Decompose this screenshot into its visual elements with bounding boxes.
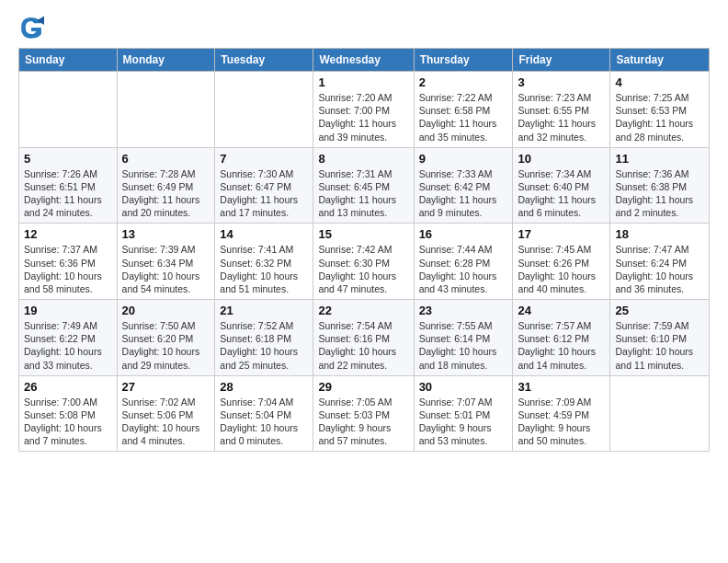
day-info: Sunrise: 7:52 AMSunset: 6:18 PMDaylight:…	[220, 319, 308, 372]
day-number: 10	[518, 152, 605, 166]
day-info: Sunrise: 7:22 AMSunset: 6:58 PMDaylight:…	[419, 91, 508, 144]
day-info: Sunrise: 7:34 AMSunset: 6:40 PMDaylight:…	[518, 167, 605, 220]
day-number: 7	[220, 152, 308, 166]
day-info: Sunrise: 7:25 AMSunset: 6:53 PMDaylight:…	[615, 91, 704, 144]
calendar-day-cell	[610, 375, 710, 452]
day-info: Sunrise: 7:54 AMSunset: 6:16 PMDaylight:…	[318, 319, 408, 372]
day-number: 6	[122, 152, 210, 166]
calendar-day-cell: 15Sunrise: 7:42 AMSunset: 6:30 PMDayligh…	[313, 224, 414, 300]
weekday-header-cell: Sunday	[19, 49, 118, 72]
day-number: 27	[122, 380, 210, 394]
day-info: Sunrise: 7:31 AMSunset: 6:45 PMDaylight:…	[318, 167, 408, 220]
logo	[18, 15, 48, 40]
calendar-week-row: 26Sunrise: 7:00 AMSunset: 5:08 PMDayligh…	[19, 375, 710, 452]
calendar-day-cell: 12Sunrise: 7:37 AMSunset: 6:36 PMDayligh…	[19, 224, 118, 300]
weekday-header-cell: Monday	[117, 49, 215, 72]
calendar-day-cell	[117, 72, 215, 148]
day-number: 23	[419, 304, 508, 317]
day-info: Sunrise: 7:50 AMSunset: 6:20 PMDaylight:…	[122, 319, 210, 372]
day-number: 20	[122, 304, 210, 317]
calendar-day-cell: 19Sunrise: 7:49 AMSunset: 6:22 PMDayligh…	[19, 300, 118, 376]
weekday-header-cell: Saturday	[610, 49, 710, 72]
day-info: Sunrise: 7:39 AMSunset: 6:34 PMDaylight:…	[122, 243, 210, 295]
day-number: 3	[518, 75, 605, 89]
day-info: Sunrise: 7:26 AMSunset: 6:51 PMDaylight:…	[24, 167, 112, 220]
calendar-day-cell: 18Sunrise: 7:47 AMSunset: 6:24 PMDayligh…	[610, 224, 710, 300]
day-number: 9	[419, 152, 508, 166]
weekday-header-cell: Thursday	[414, 49, 513, 72]
day-number: 15	[318, 227, 408, 241]
day-number: 28	[220, 380, 308, 394]
day-number: 5	[24, 152, 112, 166]
day-info: Sunrise: 7:55 AMSunset: 6:14 PMDaylight:…	[419, 319, 508, 372]
calendar-day-cell: 23Sunrise: 7:55 AMSunset: 6:14 PMDayligh…	[414, 300, 513, 376]
day-info: Sunrise: 7:23 AMSunset: 6:55 PMDaylight:…	[518, 91, 605, 144]
calendar-day-cell: 31Sunrise: 7:09 AMSunset: 4:59 PMDayligh…	[513, 375, 610, 452]
weekday-header-row: SundayMondayTuesdayWednesdayThursdayFrid…	[19, 49, 710, 72]
day-info: Sunrise: 7:59 AMSunset: 6:10 PMDaylight:…	[615, 319, 704, 372]
calendar-day-cell: 1Sunrise: 7:20 AMSunset: 7:00 PMDaylight…	[313, 72, 414, 148]
calendar-day-cell: 20Sunrise: 7:50 AMSunset: 6:20 PMDayligh…	[117, 300, 215, 376]
weekday-header-cell: Friday	[513, 49, 610, 72]
day-number: 31	[518, 380, 605, 394]
day-number: 11	[615, 152, 704, 166]
calendar-day-cell: 10Sunrise: 7:34 AMSunset: 6:40 PMDayligh…	[513, 147, 610, 224]
weekday-header-cell: Tuesday	[215, 49, 313, 72]
calendar-day-cell	[19, 72, 118, 148]
calendar-week-row: 1Sunrise: 7:20 AMSunset: 7:00 PMDaylight…	[19, 72, 710, 148]
calendar-day-cell: 17Sunrise: 7:45 AMSunset: 6:26 PMDayligh…	[513, 224, 610, 300]
calendar-day-cell: 5Sunrise: 7:26 AMSunset: 6:51 PMDaylight…	[19, 147, 118, 224]
day-info: Sunrise: 7:36 AMSunset: 6:38 PMDaylight:…	[615, 167, 704, 220]
day-info: Sunrise: 7:05 AMSunset: 5:03 PMDaylight:…	[318, 396, 408, 448]
day-number: 19	[24, 304, 112, 317]
calendar-day-cell: 11Sunrise: 7:36 AMSunset: 6:38 PMDayligh…	[610, 147, 710, 224]
day-info: Sunrise: 7:49 AMSunset: 6:22 PMDaylight:…	[24, 319, 112, 372]
day-info: Sunrise: 7:02 AMSunset: 5:06 PMDaylight:…	[122, 396, 210, 448]
day-info: Sunrise: 7:09 AMSunset: 4:59 PMDaylight:…	[518, 396, 605, 448]
day-info: Sunrise: 7:28 AMSunset: 6:49 PMDaylight:…	[122, 167, 210, 220]
day-info: Sunrise: 7:41 AMSunset: 6:32 PMDaylight:…	[220, 243, 308, 295]
calendar-day-cell: 9Sunrise: 7:33 AMSunset: 6:42 PMDaylight…	[414, 147, 513, 224]
calendar-day-cell: 21Sunrise: 7:52 AMSunset: 6:18 PMDayligh…	[215, 300, 313, 376]
day-info: Sunrise: 7:30 AMSunset: 6:47 PMDaylight:…	[220, 167, 308, 220]
day-number: 30	[419, 380, 508, 394]
calendar-day-cell: 28Sunrise: 7:04 AMSunset: 5:04 PMDayligh…	[215, 375, 313, 452]
calendar-day-cell: 30Sunrise: 7:07 AMSunset: 5:01 PMDayligh…	[414, 375, 513, 452]
day-number: 12	[24, 227, 112, 241]
day-number: 2	[419, 75, 508, 89]
day-info: Sunrise: 7:47 AMSunset: 6:24 PMDaylight:…	[615, 243, 704, 295]
day-info: Sunrise: 7:57 AMSunset: 6:12 PMDaylight:…	[518, 319, 605, 372]
weekday-header-cell: Wednesday	[313, 49, 414, 72]
day-number: 17	[518, 227, 605, 241]
day-number: 29	[318, 380, 408, 394]
calendar-day-cell: 16Sunrise: 7:44 AMSunset: 6:28 PMDayligh…	[414, 224, 513, 300]
day-info: Sunrise: 7:45 AMSunset: 6:26 PMDaylight:…	[518, 243, 605, 295]
calendar-day-cell: 24Sunrise: 7:57 AMSunset: 6:12 PMDayligh…	[513, 300, 610, 376]
day-info: Sunrise: 7:37 AMSunset: 6:36 PMDaylight:…	[24, 243, 112, 295]
calendar-day-cell: 6Sunrise: 7:28 AMSunset: 6:49 PMDaylight…	[117, 147, 215, 224]
calendar-day-cell: 27Sunrise: 7:02 AMSunset: 5:06 PMDayligh…	[117, 375, 215, 452]
day-number: 26	[24, 380, 112, 394]
day-info: Sunrise: 7:04 AMSunset: 5:04 PMDaylight:…	[220, 396, 308, 448]
day-number: 24	[518, 304, 605, 317]
day-info: Sunrise: 7:42 AMSunset: 6:30 PMDaylight:…	[318, 243, 408, 295]
calendar-week-row: 12Sunrise: 7:37 AMSunset: 6:36 PMDayligh…	[19, 224, 710, 300]
calendar-week-row: 5Sunrise: 7:26 AMSunset: 6:51 PMDaylight…	[19, 147, 710, 224]
day-info: Sunrise: 7:00 AMSunset: 5:08 PMDaylight:…	[24, 396, 112, 448]
page: SundayMondayTuesdayWednesdayThursdayFrid…	[0, 0, 728, 563]
calendar-day-cell: 29Sunrise: 7:05 AMSunset: 5:03 PMDayligh…	[313, 375, 414, 452]
day-info: Sunrise: 7:07 AMSunset: 5:01 PMDaylight:…	[419, 396, 508, 448]
day-number: 1	[318, 75, 408, 89]
day-number: 22	[318, 304, 408, 317]
day-number: 4	[615, 75, 704, 89]
day-number: 25	[615, 304, 704, 317]
day-number: 13	[122, 227, 210, 241]
day-number: 16	[419, 227, 508, 241]
day-info: Sunrise: 7:44 AMSunset: 6:28 PMDaylight:…	[419, 243, 508, 295]
day-info: Sunrise: 7:20 AMSunset: 7:00 PMDaylight:…	[318, 91, 408, 144]
day-info: Sunrise: 7:33 AMSunset: 6:42 PMDaylight:…	[419, 167, 508, 220]
calendar-table: SundayMondayTuesdayWednesdayThursdayFrid…	[18, 48, 710, 452]
day-number: 14	[220, 227, 308, 241]
calendar-day-cell: 3Sunrise: 7:23 AMSunset: 6:55 PMDaylight…	[513, 72, 610, 148]
calendar-week-row: 19Sunrise: 7:49 AMSunset: 6:22 PMDayligh…	[19, 300, 710, 376]
